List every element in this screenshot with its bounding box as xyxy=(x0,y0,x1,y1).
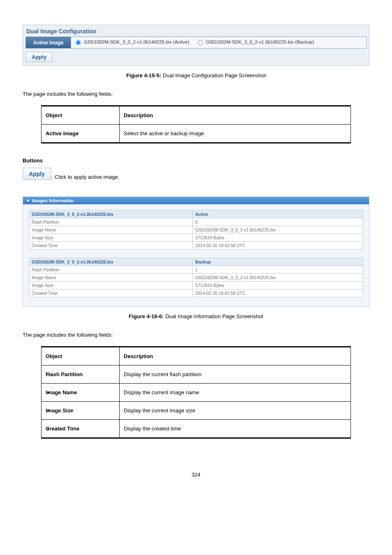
img1-v1: 0 xyxy=(193,218,363,226)
table-row: Image Name Display the current image nam… xyxy=(42,384,351,402)
table-row: Flash Partition Display the current flas… xyxy=(42,365,351,384)
config-table: Active Image GSD1002M-SDK_3_0_2-v1.0b140… xyxy=(25,37,367,49)
radio-active[interactable] xyxy=(76,40,81,45)
img2-status: Backup xyxy=(193,258,363,266)
figure-caption-2: Figure 4-16-6: Dual Image Information Pa… xyxy=(23,313,369,319)
t2-r0-obj: Flash Partition xyxy=(42,365,120,384)
intro-text-1: The page includes the following fields: xyxy=(23,91,369,97)
img1-k2: Image Name xyxy=(29,226,193,234)
buttons-heading: Buttons xyxy=(23,157,369,164)
caption1-bold: Figure 4-15-5: xyxy=(126,72,161,79)
fields-table-2: Object Description Flash Partition Displ… xyxy=(41,346,351,439)
img2-v1: 1 xyxy=(193,266,363,274)
apply-button-image: Apply xyxy=(23,168,51,180)
table-row: Image Size Display the current image siz… xyxy=(42,402,351,420)
info-header-label: Images Information xyxy=(32,198,74,203)
apply-description: : Click to apply active image. xyxy=(52,174,120,180)
figure-caption-1: Figure 4-15-5: Dual Image Configuration … xyxy=(23,72,369,79)
page-number: 324 xyxy=(23,472,369,478)
images-information-panel: Images Information GSD1002M-SDK_3_0_2-v1… xyxy=(23,197,369,307)
t2-r1-obj: Image Name xyxy=(42,384,120,402)
panel-title: Dual Image Configuration xyxy=(25,27,367,37)
table-row: Active Image Select the active or backup… xyxy=(42,125,351,143)
img1-name: GSD1002M-SDK_3_0_2-v1.0b140225.bix xyxy=(29,210,193,218)
caption1-rest: Dual Image Configuration Page Screenshot xyxy=(161,72,265,79)
t2-h1: Object xyxy=(42,347,120,365)
radio-active-label: GSD1002M-SDK_3_0_2-v1.0b140225.bix (Acti… xyxy=(84,39,189,44)
caption2-rest: Dual Image Information Page Screenshot xyxy=(164,313,263,319)
intro-text-2: The page includes the following fields: xyxy=(23,332,369,338)
table-row: Created Time Display the created time xyxy=(42,420,351,438)
img1-status: Active xyxy=(193,210,363,218)
active-image-label: Active Image xyxy=(26,37,71,49)
t1-r0-desc: Select the active or backup image xyxy=(120,125,351,143)
t2-r2-desc: Display the current image size xyxy=(120,402,351,420)
apply-description-line: Apply : Click to apply active image. xyxy=(23,168,369,180)
dual-image-config-panel: Dual Image Configuration Active Image GS… xyxy=(23,25,369,66)
img2-v4: 2014-02-26 19:42:58 UTC xyxy=(193,289,363,297)
chevron-down-icon xyxy=(26,200,30,202)
t1-r0-obj: Active Image xyxy=(42,125,120,143)
radio-option-active[interactable]: GSD1002M-SDK_3_0_2-v1.0b140225.bix (Acti… xyxy=(74,39,189,45)
img1-v2: GSD1002M-SDK_3_0_2-v1.0b140225.bix xyxy=(193,226,363,234)
img1-k4: Created Time xyxy=(29,242,193,250)
img1-k1: Flash Partition xyxy=(29,218,193,226)
t1-h2: Description xyxy=(120,106,351,125)
img1-v3: 5712633 Bytes xyxy=(193,234,363,242)
caption2-bold: Figure 4-16-6: xyxy=(129,313,164,319)
t2-r3-desc: Display the created time xyxy=(120,420,351,438)
radio-option-backup[interactable]: GSD1002M-SDK_3_0_2-v1.0b140225.bix (Back… xyxy=(196,39,314,45)
t2-r2-obj: Image Size xyxy=(42,402,120,420)
img2-v2: GSD1002M-SDK_3_0_2-v1.0b140225.bix xyxy=(193,274,363,282)
img2-k1: Flash Partition xyxy=(29,266,193,274)
t2-h2: Description xyxy=(120,347,351,365)
t2-r1-desc: Display the current image name xyxy=(120,384,351,402)
apply-button[interactable]: Apply xyxy=(25,52,53,62)
t2-r0-desc: Display the current flash partition xyxy=(120,365,351,384)
image-table-backup: GSD1002M-SDK_3_0_2-v1.0b140225.bix Backu… xyxy=(29,258,363,297)
fields-table-1: Object Description Active Image Select t… xyxy=(41,105,351,143)
image-table-active: GSD1002M-SDK_3_0_2-v1.0b140225.bix Activ… xyxy=(29,210,363,250)
active-image-options: GSD1002M-SDK_3_0_2-v1.0b140225.bix (Acti… xyxy=(71,37,367,49)
radio-backup[interactable] xyxy=(198,40,203,45)
img2-k4: Created Time xyxy=(29,289,193,297)
img2-v3: 5712633 Bytes xyxy=(193,282,363,289)
t1-h1: Object xyxy=(42,106,120,125)
img2-k3: Image Size xyxy=(29,282,193,289)
img2-name: GSD1002M-SDK_3_0_2-v1.0b140225.bix xyxy=(29,258,193,266)
t2-r3-obj: Created Time xyxy=(42,420,120,438)
info-panel-header[interactable]: Images Information xyxy=(23,197,369,204)
img1-v4: 2014-02-26 19:42:58 UTC xyxy=(193,242,363,250)
radio-backup-label: GSD1002M-SDK_3_0_2-v1.0b140225.bix (Back… xyxy=(206,39,314,44)
img1-k3: Image Size xyxy=(29,234,193,242)
img2-k2: Image Name xyxy=(29,274,193,282)
